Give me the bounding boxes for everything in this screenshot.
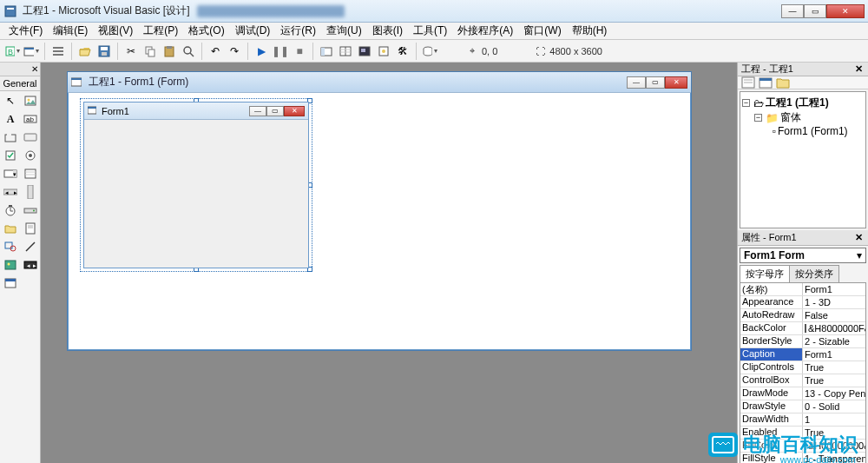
tool-ole[interactable] bbox=[1, 274, 20, 292]
view-object-button[interactable] bbox=[759, 76, 773, 89]
tool-combobox[interactable]: ▾ bbox=[1, 165, 20, 182]
tool-filelistbox[interactable] bbox=[21, 220, 40, 237]
tree-folder-forms[interactable]: −📁 窗体 bbox=[742, 110, 864, 125]
project-panel-close[interactable]: ✕ bbox=[852, 63, 865, 75]
property-row[interactable]: DrawStyle0 - Solid bbox=[740, 400, 865, 413]
property-row[interactable]: ClipControlsTrue bbox=[740, 361, 865, 374]
project-explorer-button[interactable] bbox=[318, 43, 335, 60]
maximize-button[interactable]: ▭ bbox=[804, 4, 826, 18]
form-selection[interactable]: Form1 — ▭ ✕ bbox=[83, 102, 309, 268]
svg-rect-15 bbox=[167, 46, 172, 49]
property-row[interactable]: FillColor&H00000000& bbox=[740, 440, 865, 453]
close-button[interactable]: ✕ bbox=[826, 4, 865, 18]
toggle-folders-button[interactable] bbox=[776, 76, 790, 89]
start-button[interactable]: ▶ bbox=[253, 43, 270, 60]
tool-image[interactable] bbox=[1, 256, 20, 274]
property-row[interactable]: CaptionForm1 bbox=[740, 348, 865, 361]
menu-query[interactable]: 查询(U) bbox=[321, 22, 367, 40]
tool-data[interactable]: ◂▸ bbox=[21, 256, 40, 274]
tool-shape[interactable] bbox=[1, 238, 20, 255]
properties-window-button[interactable] bbox=[337, 43, 354, 60]
tab-alphabetic[interactable]: 按字母序 bbox=[740, 265, 790, 282]
tool-dirlistbox[interactable] bbox=[1, 220, 20, 237]
open-button[interactable] bbox=[76, 43, 94, 60]
object-browser-button[interactable] bbox=[375, 43, 392, 60]
menu-editor-button[interactable] bbox=[49, 43, 67, 60]
toolbox-close[interactable]: ✕ bbox=[0, 63, 40, 76]
property-grid[interactable]: (名称)Form1Appearance1 - 3DAutoRedrawFalse… bbox=[740, 282, 866, 463]
property-row[interactable]: EnabledTrue bbox=[740, 427, 865, 440]
designer-max[interactable]: ▭ bbox=[646, 76, 665, 89]
property-row[interactable]: BorderStyle2 - Sizable bbox=[740, 335, 865, 348]
tool-checkbox[interactable] bbox=[1, 147, 20, 164]
property-row[interactable]: Appearance1 - 3D bbox=[740, 296, 865, 309]
menu-format[interactable]: 格式(O) bbox=[183, 22, 229, 40]
form1-close[interactable]: ✕ bbox=[284, 106, 305, 116]
properties-panel-close[interactable]: ✕ bbox=[852, 232, 865, 243]
tool-hscrollbar[interactable]: ◂▸ bbox=[1, 183, 20, 201]
property-row[interactable]: BackColor&H8000000F& bbox=[740, 322, 865, 335]
right-dock: 工程 - 工程1 ✕ −🗁 工程1 (工程1) −📁 窗体 ▫ Form1 (F… bbox=[737, 63, 868, 463]
menu-debug[interactable]: 调试(D) bbox=[230, 22, 276, 40]
menu-view[interactable]: 视图(V) bbox=[93, 22, 138, 40]
form1[interactable]: Form1 — ▭ ✕ bbox=[83, 102, 309, 268]
tab-categorized[interactable]: 按分类序 bbox=[789, 265, 839, 282]
break-button[interactable]: ❚❚ bbox=[272, 43, 289, 60]
property-row[interactable]: ControlBoxTrue bbox=[740, 374, 865, 387]
add-form-button[interactable] bbox=[23, 43, 40, 60]
menu-diagram[interactable]: 图表(I) bbox=[367, 22, 408, 40]
tool-commandbutton[interactable] bbox=[21, 129, 40, 146]
property-row[interactable]: DrawMode13 - Copy Pen bbox=[740, 387, 865, 400]
add-project-button[interactable]: B bbox=[3, 43, 21, 60]
cut-button[interactable]: ✂ bbox=[122, 43, 140, 60]
menu-addins[interactable]: 外接程序(A) bbox=[452, 22, 518, 40]
menu-help[interactable]: 帮助(H) bbox=[567, 22, 613, 40]
toolbox-button[interactable]: 🛠 bbox=[394, 43, 411, 60]
tool-frame[interactable] bbox=[1, 129, 20, 146]
tool-label[interactable]: A bbox=[1, 110, 20, 128]
property-row[interactable]: DrawWidth1 bbox=[740, 413, 865, 427]
save-button[interactable] bbox=[95, 43, 113, 60]
tool-pointer[interactable]: ↖ bbox=[1, 92, 20, 109]
project-panel-label: 工程 - 工程1 bbox=[741, 63, 852, 76]
view-code-button[interactable] bbox=[741, 76, 755, 89]
object-selector[interactable]: Form1 Form▾ bbox=[740, 248, 866, 263]
data-view-button[interactable] bbox=[421, 43, 438, 60]
tool-drivelistbox[interactable] bbox=[21, 202, 40, 219]
form1-grid[interactable] bbox=[84, 120, 308, 268]
end-button[interactable]: ■ bbox=[291, 43, 308, 60]
tree-item-form1[interactable]: ▫ Form1 (Form1) bbox=[742, 125, 864, 137]
project-tree[interactable]: −🗁 工程1 (工程1) −📁 窗体 ▫ Form1 (Form1) bbox=[740, 91, 866, 228]
menu-edit[interactable]: 编辑(E) bbox=[48, 22, 93, 40]
window-buttons: — ▭ ✕ bbox=[781, 4, 865, 18]
tree-root[interactable]: −🗁 工程1 (工程1) bbox=[742, 96, 864, 110]
property-row[interactable]: (名称)Form1 bbox=[740, 283, 865, 296]
tool-listbox[interactable] bbox=[21, 165, 40, 182]
form1-min[interactable]: — bbox=[249, 106, 266, 116]
minimize-button[interactable]: — bbox=[781, 4, 804, 18]
form-designer-window[interactable]: 工程1 - Form1 (Form) — ▭ ✕ Form1 — ▭ bbox=[67, 71, 692, 351]
tool-line[interactable] bbox=[21, 238, 40, 255]
svg-rect-42 bbox=[25, 169, 36, 178]
form-layout-button[interactable] bbox=[356, 43, 373, 60]
undo-button[interactable]: ↶ bbox=[207, 43, 224, 60]
menu-run[interactable]: 运行(R) bbox=[275, 22, 321, 40]
redo-button[interactable]: ↷ bbox=[226, 43, 243, 60]
property-row[interactable]: AutoRedrawFalse bbox=[740, 309, 865, 322]
tool-textbox[interactable]: ab bbox=[21, 110, 40, 128]
menu-window[interactable]: 窗口(W) bbox=[518, 22, 566, 40]
menu-file[interactable]: 文件(F) bbox=[3, 22, 48, 40]
copy-button[interactable] bbox=[141, 43, 159, 60]
designer-close[interactable]: ✕ bbox=[665, 76, 687, 89]
menu-tools[interactable]: 工具(T) bbox=[408, 22, 452, 40]
tool-optionbutton[interactable] bbox=[21, 147, 40, 164]
tool-vscrollbar[interactable] bbox=[21, 183, 40, 201]
paste-button[interactable] bbox=[161, 43, 178, 60]
menu-project[interactable]: 工程(P) bbox=[138, 22, 183, 40]
tool-timer[interactable] bbox=[1, 202, 20, 219]
tool-picturebox[interactable] bbox=[21, 92, 40, 109]
designer-min[interactable]: — bbox=[627, 76, 646, 89]
form1-max[interactable]: ▭ bbox=[266, 106, 284, 116]
find-button[interactable] bbox=[180, 43, 197, 60]
svg-rect-61 bbox=[5, 261, 16, 269]
